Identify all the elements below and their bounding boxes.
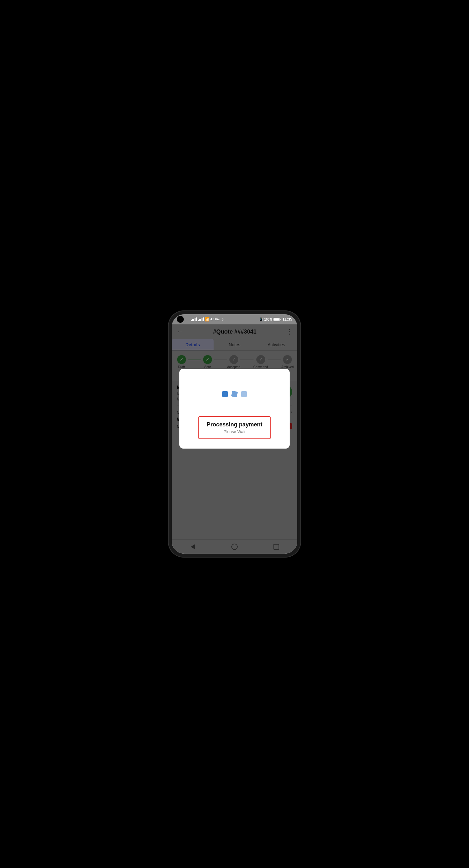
signal-bars-1 (191, 317, 197, 321)
processing-text-box: Processing payment Please Wait (198, 416, 271, 439)
phone-screen: 📶 4.4 K/s ☽ 📳 100% 11:35 (172, 314, 297, 554)
clock: 11:35 (282, 317, 292, 321)
data-speed: 4.4 K/s (210, 318, 219, 321)
dot-3 (241, 391, 247, 397)
dot-2 (231, 391, 238, 398)
signal-indicators: 📶 4.4 K/s ☽ (191, 317, 224, 321)
processing-modal: Processing payment Please Wait (179, 369, 290, 448)
status-bar: 📶 4.4 K/s ☽ 📳 100% 11:35 (172, 314, 297, 324)
signal-bars-2 (198, 317, 204, 321)
vibrate-icon: 📳 (259, 317, 263, 321)
processing-subtitle: Please Wait (207, 429, 262, 434)
wifi-icon: 📶 (205, 317, 209, 321)
loading-area (222, 381, 247, 407)
dot-1 (222, 391, 228, 397)
processing-title: Processing payment (207, 421, 262, 428)
battery-indicator: 100% (264, 318, 282, 321)
moon-icon: ☽ (221, 317, 224, 321)
battery-percent: 100% (264, 318, 272, 321)
camera-notch (177, 316, 184, 323)
status-right: 📳 100% 11:35 (259, 317, 292, 321)
app-content: ← #Quote ###3041 ⋮ Details Notes Activit… (172, 324, 297, 554)
loading-dots (222, 384, 247, 404)
modal-overlay: Processing payment Please Wait (172, 324, 297, 554)
phone-device: 📶 4.4 K/s ☽ 📳 100% 11:35 (168, 310, 301, 558)
